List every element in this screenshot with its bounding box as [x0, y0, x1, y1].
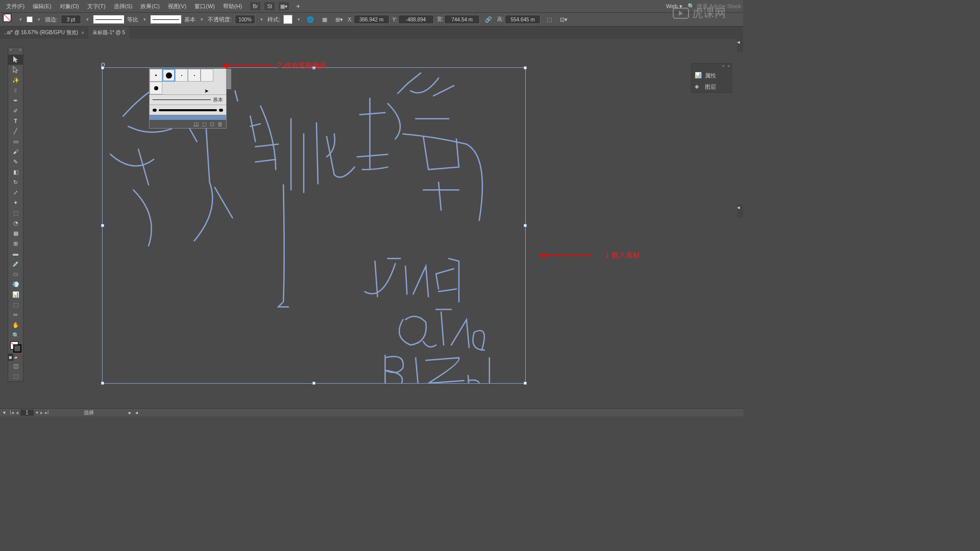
- gradient-mode[interactable]: ▰: [13, 354, 18, 361]
- eraser-tool[interactable]: ◧: [8, 167, 23, 177]
- stroke-swatch[interactable]: [27, 16, 33, 22]
- brush-dropdown[interactable]: [199, 15, 205, 23]
- y-input[interactable]: [398, 15, 434, 24]
- opacity-input[interactable]: [235, 15, 255, 24]
- menu-view[interactable]: 视图(V): [164, 3, 191, 10]
- brush-preset-3[interactable]: [175, 69, 188, 82]
- recolor-icon[interactable]: 🌐: [305, 14, 316, 25]
- opacity-dropdown[interactable]: [258, 15, 264, 23]
- menu-edit[interactable]: 编辑(E): [29, 3, 56, 10]
- pencil-tool[interactable]: ✎: [8, 157, 23, 167]
- fill-dropdown[interactable]: [17, 15, 23, 23]
- artboard-num-input[interactable]: [20, 410, 34, 416]
- none-mode[interactable]: ⊘: [18, 354, 23, 361]
- canvas[interactable]: o 基本: [23, 39, 720, 408]
- curvature-tool[interactable]: ✐: [8, 106, 23, 116]
- properties-panel-tab[interactable]: 📊属性: [692, 70, 731, 81]
- fill-stroke-tool[interactable]: [8, 340, 23, 354]
- profile-dropdown[interactable]: [141, 15, 148, 23]
- stroke-weight-input[interactable]: [61, 15, 81, 24]
- artboard-tool[interactable]: ⬚: [8, 299, 23, 310]
- transform-icon[interactable]: ⊞▾: [333, 14, 345, 25]
- collapsed-panel-2[interactable]: ◂: [737, 204, 743, 217]
- menu-effect[interactable]: 效果(C): [136, 3, 163, 10]
- artboard-nav[interactable]: I◂◂▾▸▸I: [10, 410, 49, 416]
- color-mode[interactable]: ◼: [8, 354, 13, 361]
- zoom-menu[interactable]: ▾: [3, 410, 6, 415]
- stock-icon[interactable]: St: [264, 2, 275, 10]
- brush-basic-row[interactable]: 基本: [150, 94, 226, 105]
- rectangle-tool[interactable]: ▭: [8, 136, 23, 146]
- hand-tool[interactable]: ✋: [8, 320, 23, 330]
- style-dropdown[interactable]: [296, 15, 302, 23]
- line-tool[interactable]: ╱: [8, 126, 23, 136]
- mesh-tool[interactable]: ⊞: [8, 238, 23, 248]
- type-tool[interactable]: T: [8, 116, 23, 126]
- stroke-dropdown[interactable]: [36, 15, 42, 23]
- eyedropper-tool[interactable]: 💉: [8, 259, 23, 269]
- brush-scrollbar[interactable]: [226, 69, 231, 89]
- width-tool[interactable]: ✦: [8, 197, 23, 208]
- search-stock[interactable]: 🔍 搜索 Adobe Stock: [688, 3, 741, 10]
- brushes-panel[interactable]: 基本 🕮 ◻ ⊡ 🗑: [149, 68, 227, 129]
- fill-stroke-indicator[interactable]: [3, 14, 14, 25]
- scale-tool[interactable]: ⤢: [8, 187, 23, 197]
- brush-libraries-icon[interactable]: 🕮: [193, 121, 199, 127]
- brush-preset-5[interactable]: [201, 69, 213, 82]
- layers-panel-tab[interactable]: ◈图层: [692, 81, 731, 92]
- close-icon[interactable]: ×: [81, 30, 84, 36]
- brush-preset-2[interactable]: [162, 69, 175, 82]
- magic-wand-tool[interactable]: ✨: [8, 75, 23, 85]
- w-input[interactable]: [444, 15, 480, 24]
- shape-ico2[interactable]: ⊡▾: [558, 14, 569, 25]
- width-profile[interactable]: [93, 15, 124, 23]
- brush-calligraphic-row[interactable]: [150, 105, 226, 115]
- brush-def[interactable]: [151, 15, 181, 23]
- menu-file[interactable]: 文件(F): [2, 3, 29, 10]
- graph-tool[interactable]: 📊: [8, 289, 23, 299]
- selection-tool[interactable]: [8, 55, 23, 65]
- style-swatch[interactable]: [283, 15, 292, 24]
- arrange-documents-icon[interactable]: ▦▾: [279, 2, 289, 10]
- gradient-tool[interactable]: ▬: [8, 248, 23, 259]
- link-wh-icon[interactable]: 🔗: [483, 14, 494, 25]
- lasso-tool[interactable]: 𖡎: [8, 85, 23, 95]
- brush-preset-1[interactable]: [150, 69, 162, 82]
- rotate-tool[interactable]: ↻: [8, 177, 23, 187]
- screen-mode[interactable]: ⬚: [8, 371, 23, 381]
- draw-mode[interactable]: ◫: [8, 361, 23, 371]
- blend-tool[interactable]: ⬭: [8, 269, 23, 279]
- brush-options-icon[interactable]: ⊡: [210, 121, 214, 128]
- x-input[interactable]: [354, 15, 389, 24]
- control-bar: 描边: 等比 基本 不透明度: 样式: 🌐 ▦ ⊞▾ X: Y: 宽: 🔗 高:…: [0, 12, 743, 27]
- bridge-icon[interactable]: Br: [250, 2, 260, 10]
- menu-object[interactable]: 对象(O): [56, 3, 83, 10]
- pen-tool[interactable]: ✒: [8, 95, 23, 106]
- symbol-sprayer-tool[interactable]: 💨: [8, 279, 23, 289]
- stroke-weight-dropdown[interactable]: [84, 15, 90, 23]
- menu-text[interactable]: 文字(T): [83, 3, 110, 10]
- brush-new-icon[interactable]: ◻: [202, 121, 207, 128]
- brush-delete-icon[interactable]: 🗑: [217, 121, 223, 127]
- brush-preset-6[interactable]: [150, 82, 162, 94]
- menu-help[interactable]: 帮助(H): [219, 3, 246, 10]
- paintbrush-tool[interactable]: 🖌: [8, 146, 23, 157]
- slice-tool[interactable]: ✂: [8, 310, 23, 320]
- doc-tab-1[interactable]: ..ai* @ 16.67% (RGB/GPU 预览)×: [0, 27, 88, 39]
- shape-builder-tool[interactable]: ◔: [8, 218, 23, 228]
- direct-selection-tool[interactable]: [8, 65, 23, 75]
- gpu-icon[interactable]: ✈: [293, 2, 303, 10]
- doc-tab-2[interactable]: 未标题-1* @ 5: [88, 27, 129, 39]
- shape-ico1[interactable]: ⬚: [544, 14, 555, 25]
- h-input[interactable]: [505, 15, 541, 24]
- zoom-tool[interactable]: 🔍: [8, 330, 23, 340]
- menu-window[interactable]: 窗口(W): [190, 3, 219, 10]
- brush-preset-4[interactable]: [188, 69, 201, 82]
- perspective-tool[interactable]: ▦: [8, 228, 23, 238]
- free-transform-tool[interactable]: ⬚: [8, 208, 23, 218]
- align-icon[interactable]: ▦: [319, 14, 330, 25]
- cursor-icon: ➤: [204, 88, 209, 94]
- collapsed-panel-1[interactable]: ◂: [737, 39, 743, 52]
- workspace-switcher[interactable]: Web ▾: [666, 3, 682, 10]
- menu-select[interactable]: 选择(S): [110, 3, 137, 10]
